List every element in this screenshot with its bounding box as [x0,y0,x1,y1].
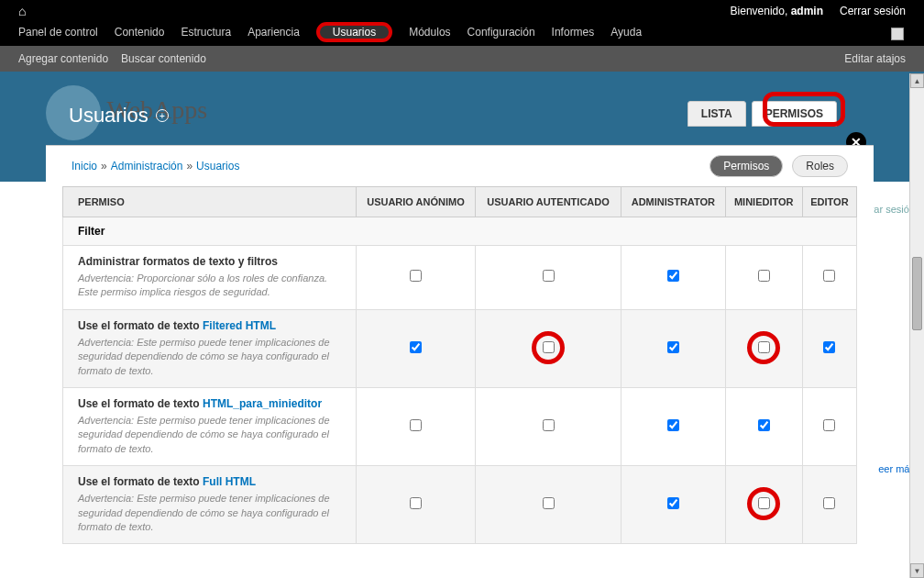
perm-checkbox-admin[interactable] [667,270,679,282]
menu-contenido[interactable]: Contenido [115,26,165,39]
perm-checkbox-editor[interactable] [823,419,835,431]
perm-checkbox-auth[interactable] [543,497,555,509]
table-row: Use el formato de texto Filtered HTMLAdv… [63,309,857,387]
perm-title: Use el formato de texto Full HTML [78,475,346,488]
perm-checkbox-anon[interactable] [410,419,422,431]
col-auth: USUARIO AUTENTICADO [475,187,621,217]
menu-informes[interactable]: Informes [552,26,595,39]
perm-warning: Advertencia: Proporcionar sólo a los rol… [78,272,346,300]
perm-checkbox-admin[interactable] [667,341,679,353]
primary-tabs: LISTA PERMISOS [688,101,837,127]
perm-title: Use el formato de texto HTML_para_minied… [78,397,346,410]
add-icon[interactable]: + [156,109,169,122]
menu-panel[interactable]: Panel de control [18,26,98,39]
subtab-permisos[interactable]: Permisos [710,155,783,177]
perm-checkbox-anon[interactable] [410,497,422,509]
perm-title: Administrar formatos de texto y filtros [78,255,346,268]
edit-shortcuts-link[interactable]: Editar atajos [844,52,906,65]
perm-warning: Advertencia: Este permiso puede tener im… [78,336,346,378]
col-editor: EDITOR [802,187,856,217]
table-row: Use el formato de texto HTML_para_minied… [63,387,857,465]
perm-checkbox-mini[interactable] [758,497,770,509]
permissions-table: PERMISO USUARIO ANÓNIMO USUARIO AUTENTIC… [62,186,857,544]
perm-checkbox-admin[interactable] [667,419,679,431]
tab-lista[interactable]: LISTA [688,101,746,127]
menu-usuarios[interactable]: Usuarios [316,22,392,42]
home-icon[interactable]: ⌂ [18,4,26,18]
perm-warning: Advertencia: Este permiso puede tener im… [78,492,346,534]
topbar-dropdown-icon[interactable] [891,28,904,40]
section-filter: Filter [63,217,857,246]
perm-checkbox-anon[interactable] [410,270,422,282]
page-title: Usuarios + [69,104,169,128]
perm-checkbox-mini[interactable] [758,270,770,282]
perm-checkbox-editor[interactable] [823,497,835,509]
logout-link[interactable]: Cerrar sesión [840,5,906,17]
shortcut-bar: Agregar contenido Buscar contenido Edita… [0,46,924,72]
col-anon: USUARIO ANÓNIMO [357,187,476,217]
find-content-link[interactable]: Buscar contenido [121,52,206,65]
table-row: Administrar formatos de texto y filtrosA… [63,246,857,310]
table-row: Use el formato de texto Full HTMLAdverte… [63,466,857,544]
format-link[interactable]: HTML_para_minieditor [203,397,322,410]
perm-title: Use el formato de texto Filtered HTML [78,319,346,332]
admin-topbar: ⌂ Bienvenido, admin Cerrar sesión Panel … [0,0,924,46]
breadcrumb: Inicio » Administración » Usuarios Permi… [46,146,874,186]
col-mini: MINIEDITOR [725,187,802,217]
perm-checkbox-anon[interactable] [410,341,422,353]
perm-checkbox-mini[interactable] [758,419,770,431]
menu-modulos[interactable]: Módulos [409,26,450,39]
menu-ayuda[interactable]: Ayuda [610,26,642,39]
format-link[interactable]: Filtered HTML [203,319,276,332]
scroll-down-icon[interactable]: ▼ [910,563,924,578]
perm-checkbox-admin[interactable] [667,497,679,509]
crumb-users: Usuarios [196,160,239,172]
menu-apariencia[interactable]: Apariencia [248,26,300,39]
perm-checkbox-editor[interactable] [823,341,835,353]
add-content-link[interactable]: Agregar contenido [18,52,108,65]
scrollbar[interactable]: ▲ ▼ [909,73,924,578]
perm-checkbox-mini[interactable] [758,341,770,353]
tab-permisos[interactable]: PERMISOS [752,101,837,127]
subtab-roles[interactable]: Roles [792,155,848,177]
col-permiso: PERMISO [63,187,357,217]
perm-checkbox-auth[interactable] [543,270,555,282]
crumb-home[interactable]: Inicio [72,160,97,172]
crumb-admin[interactable]: Administración [111,160,183,172]
behind-logout: rrar sesión [867,204,915,215]
perm-checkbox-auth[interactable] [543,419,555,431]
format-link[interactable]: Full HTML [203,475,256,488]
menu-estructura[interactable]: Estructura [181,26,231,39]
col-admin: ADMINISTRATOR [622,187,725,217]
menu-configuracion[interactable]: Configuración [468,26,535,39]
scroll-up-icon[interactable]: ▲ [910,73,924,88]
perm-checkbox-auth[interactable] [543,341,555,353]
welcome-text: Bienvenido, admin [731,5,823,17]
content-overlay: Inicio » Administración » Usuarios Permi… [46,145,874,578]
perm-checkbox-editor[interactable] [823,270,835,282]
scroll-thumb[interactable] [912,257,922,330]
perm-warning: Advertencia: Este permiso puede tener im… [78,414,346,456]
